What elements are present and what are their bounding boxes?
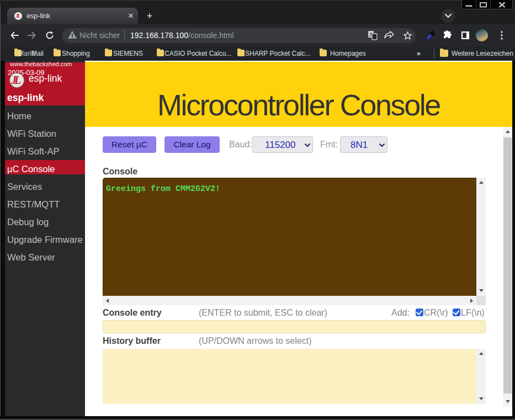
svg-text:文: 文 <box>369 32 374 37</box>
